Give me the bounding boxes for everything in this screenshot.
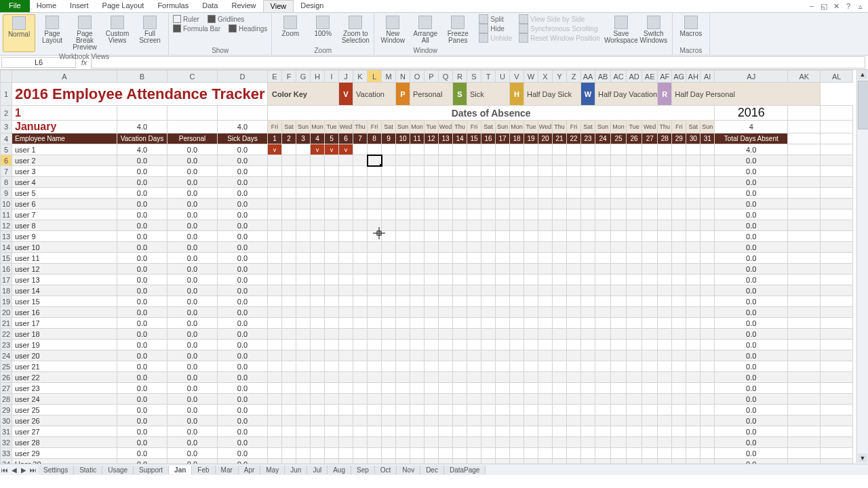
cell-20-16[interactable] (481, 307, 496, 318)
cell-33-29[interactable] (672, 448, 686, 459)
cell-sick-11[interactable]: 0.0 (218, 209, 268, 220)
cell-21-27[interactable] (642, 318, 658, 329)
cell-19-11[interactable] (410, 296, 425, 307)
cell-26-30[interactable] (686, 372, 701, 383)
cell-9-19[interactable] (524, 188, 538, 199)
cell-19-8[interactable] (368, 296, 382, 307)
cell-sick-32[interactable]: 0.0 (218, 437, 268, 448)
cell-11-2[interactable] (282, 209, 296, 220)
cell-6-6[interactable] (339, 155, 353, 166)
row-header-32[interactable]: 32 (1, 437, 12, 448)
cell-27-3[interactable] (296, 383, 311, 394)
cell-31-4[interactable] (311, 426, 325, 437)
cell-8-29[interactable] (672, 177, 686, 188)
cell-7-17[interactable] (496, 166, 510, 177)
cell-33-17[interactable] (496, 448, 510, 459)
cell-name-13[interactable]: user 9 (12, 231, 117, 242)
cell-per-13[interactable]: 0.0 (167, 231, 218, 242)
cell-7-9[interactable] (382, 166, 396, 177)
cell-30-4[interactable] (311, 415, 325, 426)
cell-tot-16[interactable]: 0.0 (715, 264, 788, 274)
cell-13-2[interactable] (282, 231, 296, 242)
cell-24-4[interactable] (311, 350, 325, 361)
sheet-tab-datapage[interactable]: DataPage (444, 466, 486, 474)
cell-33-18[interactable] (510, 448, 524, 459)
cell-19-12[interactable] (425, 296, 439, 307)
cell-12-7[interactable] (353, 220, 368, 231)
cell-15-19[interactable] (524, 253, 538, 264)
cell-19-9[interactable] (382, 296, 396, 307)
cell-16-21[interactable] (553, 264, 567, 274)
cell-23-16[interactable] (481, 340, 496, 350)
cell-23-1[interactable] (268, 340, 282, 350)
cell-32-11[interactable] (410, 437, 425, 448)
cell-tot-18[interactable]: 0.0 (715, 285, 788, 296)
cell-19-7[interactable] (353, 296, 368, 307)
cell-26-8[interactable] (368, 372, 382, 383)
cell-32-28[interactable] (658, 437, 672, 448)
cell-8-1[interactable] (268, 177, 282, 188)
cell-17-29[interactable] (672, 274, 686, 285)
cell-22-9[interactable] (382, 329, 396, 340)
col-header-Q[interactable]: Q (439, 70, 453, 83)
cell-5-7[interactable] (353, 144, 368, 155)
col-header-C[interactable]: C (167, 70, 218, 83)
cell-24-13[interactable] (439, 350, 453, 361)
cell-5-23[interactable] (581, 144, 595, 155)
cell-sick-16[interactable]: 0.0 (218, 264, 268, 274)
cell-10-15[interactable] (467, 199, 481, 209)
cell-15-8[interactable] (368, 253, 382, 264)
cell-tot-12[interactable]: 0.0 (715, 220, 788, 231)
cell-23-27[interactable] (642, 340, 658, 350)
cell-32-20[interactable] (538, 437, 553, 448)
cell-17-1[interactable] (268, 274, 282, 285)
cell-21-3[interactable] (296, 318, 311, 329)
cell-29-29[interactable] (672, 405, 686, 415)
cell-17-5[interactable] (325, 274, 339, 285)
close-icon[interactable]: ✕ (831, 1, 841, 11)
cell-33-7[interactable] (353, 448, 368, 459)
cell-33-6[interactable] (339, 448, 353, 459)
cell-name-28[interactable]: user 24 (12, 394, 117, 405)
cell-13-4[interactable] (311, 231, 325, 242)
cell-7-5[interactable] (325, 166, 339, 177)
cell-7-7[interactable] (353, 166, 368, 177)
cell-25-2[interactable] (282, 361, 296, 372)
cell-9-28[interactable] (658, 188, 672, 199)
cell-8-5[interactable] (325, 177, 339, 188)
col-header-AL[interactable]: AL (821, 70, 853, 83)
cell-13-26[interactable] (627, 231, 642, 242)
cell-27-24[interactable] (595, 383, 611, 394)
cell-23-4[interactable] (311, 340, 325, 350)
cell-13-8[interactable] (368, 231, 382, 242)
cell-19-4[interactable] (311, 296, 325, 307)
cell-7-27[interactable] (642, 166, 658, 177)
cell-29-7[interactable] (353, 405, 368, 415)
cell-5-9[interactable] (382, 144, 396, 155)
cell-9-14[interactable] (453, 188, 467, 199)
cell-10-9[interactable] (382, 199, 396, 209)
cell-21-10[interactable] (396, 318, 410, 329)
cell-6-1[interactable] (268, 155, 282, 166)
cell-31-6[interactable] (339, 426, 353, 437)
cell-15-17[interactable] (496, 253, 510, 264)
cell-30-27[interactable] (642, 415, 658, 426)
cell-18-29[interactable] (672, 285, 686, 296)
cell-31-20[interactable] (538, 426, 553, 437)
cell-per-27[interactable]: 0.0 (167, 383, 218, 394)
cell-22-20[interactable] (538, 329, 553, 340)
cell-18-21[interactable] (553, 285, 567, 296)
col-header-R[interactable]: R (453, 70, 467, 83)
cell-7-20[interactable] (538, 166, 553, 177)
cell-tot-21[interactable]: 0.0 (715, 318, 788, 329)
cell-17-26[interactable] (627, 274, 642, 285)
cell-tot-6[interactable]: 0.0 (715, 155, 788, 166)
cell-14-5[interactable] (325, 242, 339, 253)
sheet-tab-usage[interactable]: Usage (102, 466, 134, 474)
cell-24-31[interactable] (701, 350, 715, 361)
cell-14-23[interactable] (581, 242, 595, 253)
custom-views-button[interactable]: Custom Views (102, 14, 133, 52)
cell-per-10[interactable]: 0.0 (167, 199, 218, 209)
cell-11-9[interactable] (382, 209, 396, 220)
cell-25-12[interactable] (425, 361, 439, 372)
